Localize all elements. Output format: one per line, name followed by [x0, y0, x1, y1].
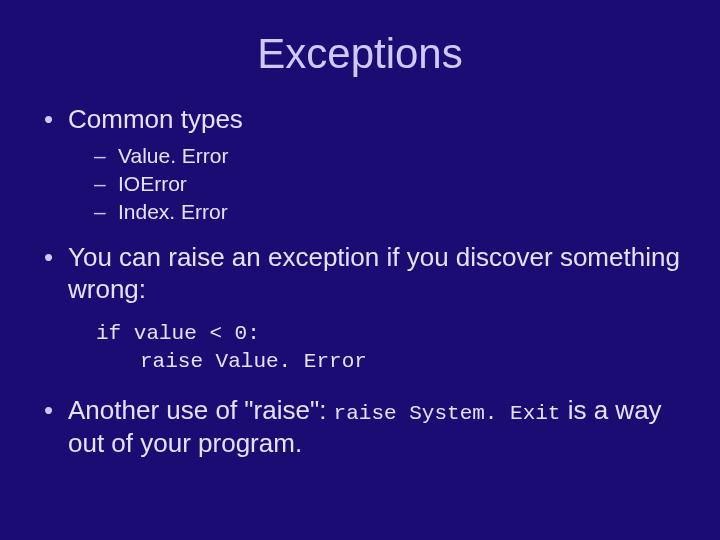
- bullet-text: Another use of "raise": raise System. Ex…: [68, 395, 662, 458]
- sub-bullet-ioerror: IOError: [90, 170, 680, 198]
- slide: Exceptions Common types Value. Error IOE…: [0, 0, 720, 540]
- code-block: if value < 0: raise Value. Error: [96, 320, 680, 377]
- bullet-common-types: Common types Value. Error IOError Index.…: [40, 103, 680, 227]
- slide-title: Exceptions: [40, 30, 680, 78]
- bullet-another-use: Another use of "raise": raise System. Ex…: [40, 394, 680, 460]
- text-pre: Another use of "raise":: [68, 395, 334, 425]
- code-line-2: raise Value. Error: [96, 348, 680, 376]
- bullet-text: Common types: [68, 104, 243, 134]
- inline-code: raise System. Exit: [334, 402, 561, 425]
- sub-bullet-valueerror: Value. Error: [90, 142, 680, 170]
- sub-bullet-list: Value. Error IOError Index. Error: [68, 142, 680, 227]
- bullet-list: Common types Value. Error IOError Index.…: [40, 103, 680, 460]
- bullet-raise-exception: You can raise an exception if you discov…: [40, 241, 680, 377]
- bullet-text: You can raise an exception if you discov…: [68, 242, 680, 305]
- sub-bullet-indexerror: Index. Error: [90, 198, 680, 226]
- code-line-1: if value < 0:: [96, 320, 680, 348]
